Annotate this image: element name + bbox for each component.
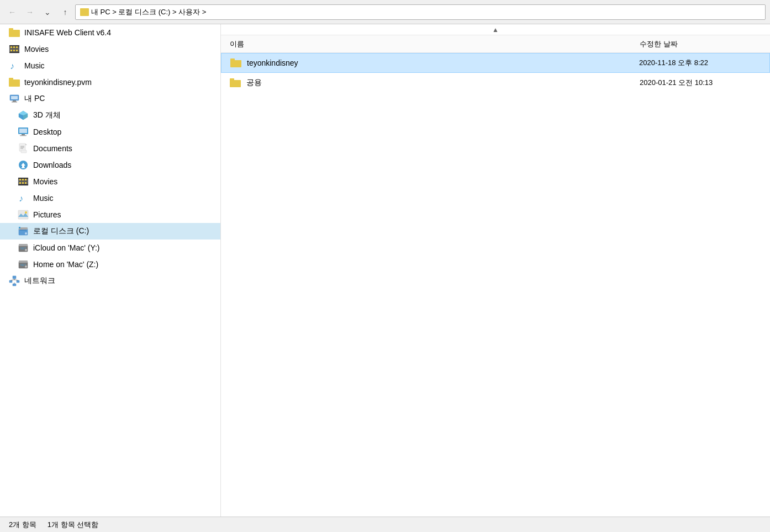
col-header-name[interactable]: 이름 <box>230 39 635 49</box>
file-date-gongyong: 2020-01-21 오전 10:13 <box>640 78 761 88</box>
svg-point-53 <box>25 232 27 235</box>
svg-point-48 <box>25 211 27 214</box>
svg-rect-73 <box>230 78 234 81</box>
svg-text:NET: NET <box>20 263 26 267</box>
sidebar-item-inisafe[interactable]: INISAFE Web Client v6.4 <box>0 24 220 41</box>
address-folder-icon <box>80 8 89 16</box>
sidebar-item-teyonkindisney-pvm[interactable]: teyonkindisney.pvm <box>0 74 220 91</box>
downloads-icon <box>18 159 29 171</box>
svg-rect-32 <box>21 150 27 153</box>
svg-rect-65 <box>13 284 16 286</box>
sidebar-label-teyonkindisney-pvm: teyonkindisney.pvm <box>24 78 92 87</box>
pictures-icon <box>18 209 29 220</box>
svg-rect-41 <box>22 182 24 184</box>
sidebar-label-downloads: Downloads <box>33 161 71 169</box>
sidebar-item-movies[interactable]: Movies <box>0 173 220 190</box>
svg-rect-4 <box>10 46 12 48</box>
sidebar-label-home-mac: Home on 'Mac' (Z:) <box>33 260 98 269</box>
sidebar-label-3d-objects: 3D 개체 <box>33 110 61 120</box>
file-name-gongyong: 공용 <box>246 78 634 88</box>
svg-rect-38 <box>22 179 24 180</box>
sidebar-label-local-disk-c: 로컬 디스크 (C:) <box>33 226 89 236</box>
sidebar-item-my-pc[interactable]: 내 PC <box>0 91 220 107</box>
sort-indicator-bar: ▲ <box>221 24 770 35</box>
documents-icon <box>18 143 29 154</box>
sidebar-item-3d-objects[interactable]: 3D 개체 <box>0 107 220 124</box>
svg-text:♪: ♪ <box>19 194 23 203</box>
main-area: INISAFE Web Client v6.4 Movies <box>0 24 770 517</box>
svg-rect-37 <box>19 179 21 180</box>
folder-icon-teyonkindisney <box>230 57 241 68</box>
network-drive-icon-y: NET <box>18 242 29 253</box>
forward-button[interactable]: → <box>22 4 38 20</box>
svg-rect-11 <box>9 52 19 53</box>
up-button[interactable]: ↑ <box>57 4 73 20</box>
sidebar-item-movies-top[interactable]: Movies <box>0 41 220 57</box>
file-name-teyonkindisney: teyonkindisney <box>247 58 634 67</box>
sidebar-item-music-top[interactable]: ♪ Music <box>0 57 220 74</box>
svg-rect-64 <box>17 280 19 283</box>
sidebar-label-movies: Movies <box>33 177 57 186</box>
svg-rect-14 <box>9 78 13 80</box>
svg-rect-24 <box>19 129 27 133</box>
sidebar-item-home-mac[interactable]: NET Home on 'Mac' (Z:) <box>0 256 220 273</box>
sidebar-spacer <box>0 290 220 291</box>
item-count: 2개 항목 <box>9 520 36 530</box>
file-row-teyonkindisney[interactable]: teyonkindisney 2020-11-18 오후 8:22 <box>221 53 770 73</box>
svg-rect-44 <box>18 184 28 185</box>
status-bar: 2개 항목 1개 항목 선택함 <box>0 517 770 532</box>
svg-rect-18 <box>12 102 17 103</box>
sidebar-item-icloud-mac[interactable]: NET iCloud on 'Mac' (Y:) <box>0 240 220 256</box>
address-bar[interactable]: 내 PC > 로컬 디스크 (C:) > 사용자 > <box>75 4 766 20</box>
sidebar-label-music-top: Music <box>24 61 45 70</box>
sidebar-item-downloads[interactable]: Downloads <box>0 157 220 173</box>
sidebar-item-music[interactable]: ♪ Music <box>0 190 220 206</box>
svg-rect-39 <box>25 179 27 180</box>
svg-rect-71 <box>230 58 235 61</box>
dropdown-button[interactable]: ⌄ <box>40 4 55 20</box>
sort-arrow-icon: ▲ <box>492 26 499 34</box>
sidebar-item-network[interactable]: 네트워크 <box>0 273 220 289</box>
svg-rect-7 <box>10 50 12 51</box>
sidebar-label-documents: Documents <box>33 144 72 153</box>
movies-icon-2 <box>18 176 29 187</box>
svg-rect-40 <box>19 182 21 184</box>
svg-rect-42 <box>25 182 27 184</box>
sidebar: INISAFE Web Client v6.4 Movies <box>0 24 221 517</box>
svg-rect-6 <box>16 46 18 48</box>
svg-rect-16 <box>11 96 18 99</box>
back-button[interactable]: ← <box>4 4 20 20</box>
svg-rect-8 <box>13 50 15 51</box>
music-icon-top: ♪ <box>9 60 20 71</box>
movies-icon <box>9 44 20 55</box>
svg-text:NET: NET <box>20 247 26 250</box>
svg-rect-26 <box>20 135 27 136</box>
folder-icon <box>9 27 20 38</box>
sidebar-item-local-disk-c[interactable]: 로컬 디스크 (C:) <box>0 223 220 240</box>
pvm-folder-icon <box>9 77 20 88</box>
svg-rect-63 <box>9 280 12 283</box>
network-drive-icon-z: NET <box>18 259 29 270</box>
sidebar-item-documents[interactable]: Documents <box>0 140 220 157</box>
sidebar-label-movies-top: Movies <box>24 45 49 54</box>
svg-rect-25 <box>22 134 25 135</box>
svg-marker-28 <box>25 143 27 145</box>
desktop-icon <box>18 126 29 137</box>
sidebar-item-pictures[interactable]: Pictures <box>0 206 220 223</box>
music-icon: ♪ <box>18 193 29 204</box>
file-row-gongyong[interactable]: 공용 2020-01-21 오전 10:13 <box>221 73 770 93</box>
pc-icon <box>9 93 20 104</box>
disk-icon <box>18 226 29 237</box>
selected-count: 1개 항목 선택함 <box>48 520 98 530</box>
breadcrumb: 내 PC > 로컬 디스크 (C:) > 사용자 > <box>91 7 206 17</box>
svg-rect-17 <box>13 100 16 102</box>
svg-rect-52 <box>19 227 20 228</box>
svg-text:♪: ♪ <box>10 61 14 71</box>
svg-rect-46 <box>18 210 28 219</box>
col-header-date[interactable]: 수정한 날짜 <box>640 39 761 49</box>
3d-icon <box>18 110 29 121</box>
sidebar-item-desktop[interactable]: Desktop <box>0 124 220 140</box>
file-list: teyonkindisney 2020-11-18 오후 8:22 공용 202… <box>221 53 770 517</box>
svg-rect-13 <box>9 79 20 87</box>
svg-line-68 <box>14 280 18 281</box>
